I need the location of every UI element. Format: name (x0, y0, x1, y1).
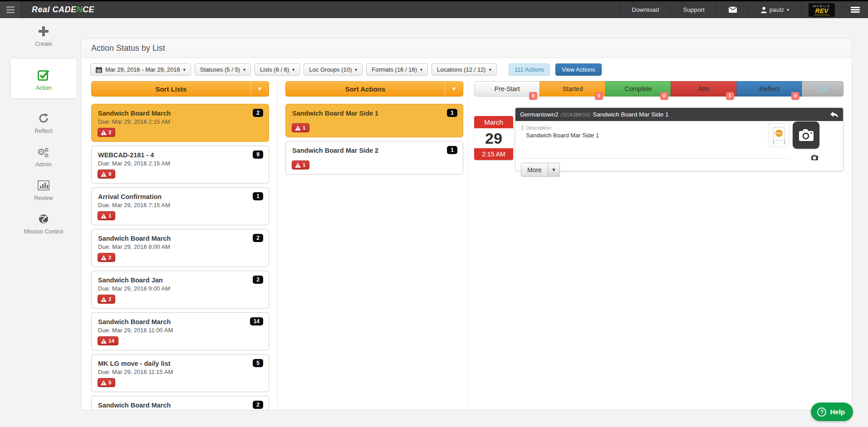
list-card[interactable]: Sandwich Board Jan Due: Mar 29, 2016 9:0… (91, 271, 269, 309)
list-card[interactable]: Arrival Confirmation Due: Mar 29, 2016 7… (91, 187, 269, 225)
camera-button[interactable] (793, 121, 819, 149)
filter-locations-button[interactable]: Locations (12 / 12)▾ (432, 63, 497, 76)
main-panel: Action Status by List Mar 29, 2016 - Mar… (81, 39, 852, 410)
menu-toggle-button[interactable] (0, 1, 21, 18)
tab-badge: 0 (529, 92, 537, 100)
count-badge: 1 (447, 109, 457, 117)
rev-logo-link[interactable]: MOBILE REV (801, 1, 842, 18)
question-mark-icon: ? (817, 408, 826, 417)
detail-column: Pre-Start 0 Started 0 Complete 0 Attn 1 … (474, 81, 843, 97)
filter-lists-button[interactable]: Lists (6 / 6)▾ (255, 63, 300, 76)
sidebar-item-review[interactable]: Review (8, 172, 79, 206)
chevron-down-icon: ▾ (183, 68, 186, 72)
tab-badge: 0 (791, 92, 799, 100)
warning-triangle-icon (101, 339, 107, 344)
hamburger-icon (6, 5, 15, 15)
bar-chart-icon (8, 179, 79, 192)
detail-location-code: (SCA3BKSX) (561, 112, 590, 117)
warning-badge: 2 (98, 253, 115, 262)
more-button[interactable]: More (521, 163, 548, 177)
sidebar-item-reflect[interactable]: Reflect (8, 105, 79, 139)
warning-badge: 14 (98, 336, 118, 345)
mobile-rev-logo: MOBILE REV (809, 3, 835, 17)
due-day: 29 (474, 128, 513, 148)
checkbox-icon (10, 68, 77, 82)
count-badge: 2 (253, 234, 263, 242)
more-button-group: More ▼ (521, 163, 560, 177)
tab-badge: 0 (595, 92, 603, 100)
count-badge: 9 (253, 150, 263, 159)
description-text: Sandwich Board Mar Side 1 (526, 132, 599, 139)
list-card[interactable]: Sandwich Board Mar Side 2 1 1 (285, 141, 463, 175)
warning-triangle-icon (101, 255, 107, 260)
status-tab-started[interactable]: Started 0 (539, 81, 605, 97)
warning-triangle-icon (101, 214, 107, 218)
user-menu[interactable]: paulz ▾ (749, 1, 801, 18)
detail-title: Sandwich Board Mar Side 1 (593, 111, 668, 118)
tab-badge: 1 (726, 92, 734, 100)
warning-badge: 1 (98, 211, 115, 220)
warning-triangle-icon (295, 163, 301, 168)
more-dropdown-toggle[interactable]: ▼ (548, 163, 560, 177)
count-badge: 2 (253, 401, 263, 409)
list-card[interactable]: Sandwich Board March Due: Mar 29, 2016 1… (91, 396, 269, 410)
chevron-down-icon: ▾ (292, 68, 294, 72)
filter-formats-button[interactable]: Formats (16 / 16)▾ (366, 63, 428, 76)
sort-lists-button[interactable]: Sort Lists ▼ (91, 81, 269, 97)
user-name: paulz (770, 6, 784, 13)
warning-badge: 1 (292, 123, 309, 132)
warning-triangle-icon (101, 380, 107, 385)
right-menu-toggle-button[interactable] (842, 1, 868, 18)
photo-thumbnail[interactable]: 50% (768, 123, 790, 147)
envelope-icon (729, 7, 737, 13)
sort-actions-button[interactable]: Sort Actions ▼ (285, 81, 463, 97)
help-button[interactable]: ? Help (811, 403, 853, 421)
count-badge: 2 (253, 109, 263, 117)
list-card[interactable]: Sandwich Board March Due: Mar 29, 2016 8… (91, 229, 269, 267)
filter-loc-button[interactable]: Loc Groups (10)▾ (304, 63, 363, 76)
total-count-segment[interactable]: 24 (802, 81, 843, 97)
chevron-down-icon: ▾ (489, 68, 491, 72)
sidebar-item-mission-control[interactable]: Mission Control (8, 206, 79, 239)
list-card[interactable]: Sandwich Board Mar Side 1 1 1 (285, 104, 463, 137)
person-icon (761, 7, 767, 13)
sidebar-item-admin[interactable]: ⚙⚙⚙ Admin (8, 139, 79, 172)
chevron-down-icon: ▼ (250, 82, 269, 96)
globe-icon (8, 212, 79, 226)
warning-badge: 9 (98, 170, 115, 179)
list-card[interactable]: Sandwich Board March Due: Mar 29, 2016 2… (91, 104, 269, 142)
sidebar-item-create[interactable]: Create (8, 18, 79, 52)
nav-download[interactable]: Download (619, 1, 671, 18)
reply-icon[interactable] (830, 111, 839, 118)
status-tab-complete[interactable]: Complete 0 (605, 81, 671, 97)
due-time: 2:15 AM (474, 148, 513, 160)
sidebar-item-action[interactable]: Action (10, 58, 77, 99)
due-month: March (474, 116, 513, 128)
nav-messages[interactable] (716, 1, 749, 18)
divider (522, 158, 790, 159)
chevron-down-icon: ▾ (420, 68, 422, 72)
list-card[interactable]: WEBCAD-2181 - 4 Due: Mar 29, 2016 2:15 A… (91, 146, 269, 184)
view-actions-button[interactable]: View Actions (555, 63, 601, 76)
count-badge: 1 (447, 146, 457, 154)
chevron-down-icon: ▾ (243, 68, 245, 72)
column-divider (468, 81, 469, 407)
status-tabs: Pre-Start 0 Started 0 Complete 0 Attn 1 … (474, 81, 843, 97)
plus-icon (8, 24, 79, 38)
camera-count-icon[interactable] (811, 155, 818, 160)
status-tab-reflect[interactable]: Reflect 0 (736, 81, 802, 97)
hamburger-icon (851, 6, 860, 14)
filter-statuses-button[interactable]: Statuses (5 / 5)▾ (195, 63, 251, 76)
description-label: Description: (522, 125, 552, 131)
tab-badge: 0 (660, 92, 668, 100)
list-card[interactable]: MK LG move - daily list Due: Mar 29, 201… (91, 354, 269, 392)
count-badge: 1 (253, 192, 263, 200)
status-tab-attn[interactable]: Attn 1 (671, 81, 736, 97)
list-card[interactable]: Sandwich Board March Due: Mar 29, 2016 1… (91, 312, 269, 350)
date-range-picker[interactable]: Mar 29, 2016 - Mar 29, 2016 ▾ (90, 63, 191, 76)
refresh-icon (8, 112, 79, 125)
nav-support[interactable]: Support (671, 1, 716, 18)
calendar-icon (96, 67, 102, 73)
status-tab-pre-start[interactable]: Pre-Start 0 (474, 81, 539, 97)
top-navbar: Real CADENCE Download Support paulz ▾ MO… (0, 0, 868, 18)
